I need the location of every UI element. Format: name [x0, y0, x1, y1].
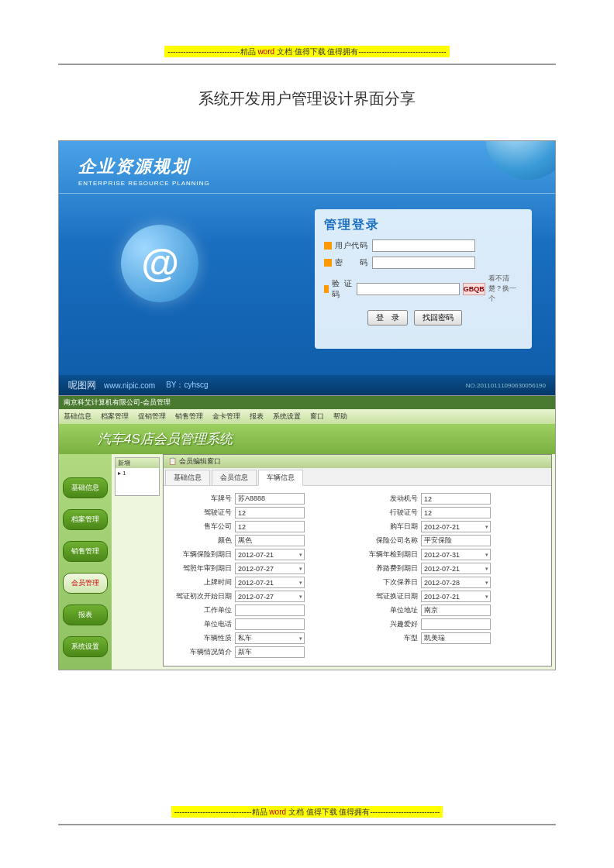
captcha-label: 验 证 码: [332, 278, 352, 300]
at-sign-icon: @: [121, 225, 198, 302]
login-panel: 管理登录 用户代码 密 码 验 证 码 GBQB 看不清楚？换一个: [315, 209, 532, 349]
captcha-input[interactable]: [357, 283, 460, 295]
pwd-input[interactable]: [372, 257, 475, 269]
tab[interactable]: 基础信息: [165, 470, 210, 485]
sidebar-item[interactable]: 报表: [63, 604, 108, 625]
login-button[interactable]: 登 录: [367, 310, 408, 326]
menu-item[interactable]: 帮助: [333, 412, 347, 422]
user-label: 用户代码: [335, 240, 367, 251]
find-pwd-button[interactable]: 找回密码: [414, 310, 462, 326]
document-title: 系统开发用户管理设计界面分享: [58, 88, 556, 109]
vehicle-form: 车牌号苏A8888发动机号12 驾驶证号12行驶证号12 售车公司12购车日期2…: [164, 486, 551, 666]
textarea-desc[interactable]: 新车: [235, 646, 305, 658]
bottom-banner: ------------------------------精品 word 文档…: [58, 807, 556, 818]
sidebar: 基础信息 档案管理 销售管理 会员管理 报表 系统设置: [59, 454, 112, 670]
menu-item[interactable]: 档案管理: [101, 412, 129, 422]
system-header: 汽车4S店会员管理系统: [59, 424, 555, 454]
sidebar-item[interactable]: 系统设置: [63, 636, 108, 657]
member-edit-window: 📋 会员编辑窗口 基础信息 会员信息 车辆信息 车牌号苏A8888发动机号12 …: [163, 454, 552, 666]
top-banner: ----------------------------精品 word 文档 值…: [58, 46, 556, 57]
menu-item[interactable]: 促销管理: [138, 412, 166, 422]
hr-bottom: [58, 824, 556, 825]
captcha-icon: [324, 285, 329, 293]
erp-title-en: ENTERPRISE RESOURCE PLANNING: [78, 180, 555, 187]
menu-item[interactable]: 基础信息: [64, 412, 91, 422]
tab[interactable]: 会员信息: [212, 470, 257, 485]
user-icon: [324, 242, 332, 250]
tabs: 基础信息 会员信息 车辆信息: [164, 468, 551, 486]
erp-title-cn: 企业资源规划: [78, 155, 555, 178]
erp-login-screenshot: 企业资源规划 ENTERPRISE RESOURCE PLANNING @ 管理…: [58, 140, 556, 396]
user-input[interactable]: [372, 239, 475, 252]
sidebar-item[interactable]: 基础信息: [63, 477, 108, 498]
menu-item[interactable]: 销售管理: [175, 412, 203, 422]
menu-item[interactable]: 报表: [250, 412, 264, 422]
input-plate[interactable]: 苏A8888: [235, 493, 305, 505]
sidebar-item[interactable]: 销售管理: [63, 541, 108, 562]
menu-item[interactable]: 金卡管理: [212, 412, 240, 422]
small-list-panel: 新增 ▸ 1: [115, 457, 160, 496]
lock-icon: [324, 259, 332, 267]
sidebar-item[interactable]: 档案管理: [63, 509, 108, 530]
window-titlebar: 南京科艾计算机有限公司-会员管理: [59, 396, 555, 409]
input-engine[interactable]: 12: [421, 493, 491, 505]
sidebar-item-active[interactable]: 会员管理: [63, 573, 108, 594]
login-title: 管理登录: [324, 217, 523, 233]
menu-item[interactable]: 窗口: [310, 412, 324, 422]
hr-top: [58, 64, 556, 65]
captcha-image[interactable]: GBQB: [463, 283, 485, 295]
subwindow-title: 📋 会员编辑窗口: [164, 455, 551, 468]
menu-item[interactable]: 系统设置: [273, 412, 301, 422]
pwd-label: 密 码: [335, 257, 367, 268]
captcha-refresh-link[interactable]: 看不清楚？换一个: [488, 274, 523, 304]
menubar: 基础信息 档案管理 促销管理 销售管理 金卡管理 报表 系统设置 窗口 帮助: [59, 409, 555, 424]
tab-active[interactable]: 车辆信息: [258, 470, 303, 486]
erp-footer: 呢图网 www.nipic.com BY：cyhscg NO.201101110…: [59, 375, 555, 395]
4s-management-screenshot: 南京科艾计算机有限公司-会员管理 基础信息 档案管理 促销管理 销售管理 金卡管…: [58, 395, 556, 670]
